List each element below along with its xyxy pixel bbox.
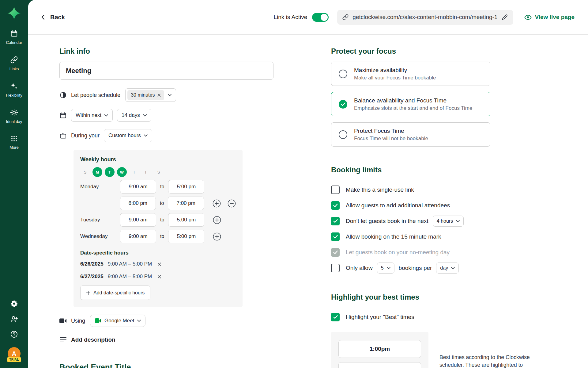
fifteen-mark-row: Allow booking on the 15 minute mark	[331, 230, 588, 244]
remove-duration-icon[interactable]	[157, 94, 161, 97]
focus-option-subtitle: Make all your Focus Time bookable	[354, 75, 436, 81]
best-times-title: Highlight your best times	[331, 293, 588, 301]
sidebar-item-ideal-day[interactable]: Ideal day	[6, 109, 22, 124]
to-label: to	[160, 201, 164, 206]
sidebar-item-links[interactable]: Links	[9, 56, 19, 71]
additional-attendees-checkbox[interactable]	[331, 201, 340, 210]
end-time-input[interactable]: 5:00 pm	[168, 180, 204, 194]
no-meeting-day-row: Let guests book on your no-meeting day	[331, 245, 588, 259]
focus-option-subtitle: Focus Time will not be bookable	[354, 136, 428, 142]
add-date-specific-button[interactable]: Add date-specific hours	[80, 286, 150, 300]
add-date-specific-label: Add date-specific hours	[93, 290, 145, 296]
date-specific-row: 6/26/2025 9:00 AM – 5:00 PM	[80, 259, 236, 269]
using-label: Using	[71, 318, 85, 324]
sidebar-item-calendar[interactable]: Calendar	[6, 29, 22, 45]
hours-buffer-dropdown[interactable]: 4 hours	[433, 216, 464, 227]
chevron-down-icon	[456, 220, 460, 222]
view-live-page-label: View live page	[535, 14, 575, 21]
chevron-down-icon	[144, 134, 148, 137]
days-dropdown[interactable]: 14 days	[117, 109, 151, 122]
best-time-slot-button[interactable]	[338, 362, 421, 368]
end-time-input[interactable]: 7:00 pm	[168, 197, 204, 210]
links-icon	[10, 56, 18, 64]
trial-badge[interactable]: A TRIAL	[7, 347, 21, 362]
flexibility-icon	[10, 82, 18, 90]
no-book-next-checkbox[interactable]	[331, 217, 340, 225]
end-time-input[interactable]: 5:00 pm	[168, 230, 204, 243]
radio-unselected-icon[interactable]	[339, 70, 347, 78]
add-time-range-icon[interactable]	[213, 232, 221, 241]
remove-date-icon[interactable]	[157, 275, 161, 279]
link-name-input[interactable]	[59, 62, 273, 80]
help-icon[interactable]	[10, 331, 18, 338]
best-times-panel: 1:00pm	[331, 332, 428, 368]
day-toggle-monday[interactable]: M	[92, 167, 102, 177]
add-time-range-icon[interactable]	[213, 216, 221, 224]
per-unit-dropdown[interactable]: day	[436, 263, 459, 274]
header: Back Link is Active getclockwise.com/c/a…	[28, 0, 588, 35]
weekly-hours-title: Weekly hours	[80, 156, 236, 163]
time-row-monday-2: 6:00 pm to 7:00 pm	[80, 197, 236, 210]
plus-icon	[86, 291, 90, 295]
start-time-input[interactable]: 6:00 pm	[120, 197, 156, 210]
bookings-count-dropdown[interactable]: 5	[377, 263, 394, 274]
custom-hours-dropdown[interactable]: Custom hours	[104, 129, 152, 142]
add-time-range-icon[interactable]	[213, 199, 221, 208]
radio-unselected-icon[interactable]	[339, 130, 347, 139]
duration-chip: 30 minutes	[127, 90, 164, 100]
fifteen-mark-checkbox[interactable]	[331, 232, 340, 241]
focus-option-title: Balance availability and Focus Time	[354, 97, 472, 104]
during-row: During your Custom hours	[59, 128, 296, 143]
back-button[interactable]: Back	[40, 14, 65, 21]
settings-column: Protect your focus Maximize availability…	[296, 35, 588, 368]
day-toggle-sunday[interactable]: S	[80, 167, 90, 177]
link-url-field[interactable]: getclockwise.com/c/alex-content-mobbin-c…	[337, 10, 513, 25]
remove-date-icon[interactable]	[157, 262, 161, 266]
best-times-checkbox[interactable]	[331, 313, 340, 321]
settings-gear-icon[interactable]	[10, 300, 18, 307]
focus-option-protect[interactable]: Protect Focus Time Focus Time will not b…	[331, 122, 490, 147]
invite-user-icon[interactable]	[10, 315, 18, 323]
clockwise-logo-icon[interactable]	[7, 6, 21, 20]
best-times-row: Highlight your "Best" times	[331, 310, 588, 324]
only-allow-checkbox[interactable]	[331, 264, 340, 272]
day-label: Tuesday	[80, 217, 120, 223]
focus-option-balance[interactable]: Balance availability and Focus Time Emph…	[331, 92, 490, 116]
end-time-input[interactable]: 5:00 pm	[168, 213, 204, 227]
conferencing-dropdown[interactable]: Google Meet	[90, 315, 145, 327]
date-specific-row: 6/27/2025 9:00 AM – 5:00 PM	[80, 272, 236, 281]
trial-label: TRIAL	[7, 357, 21, 362]
best-times-label: Highlight your "Best" times	[346, 314, 414, 320]
sidebar-item-more[interactable]: More	[9, 135, 19, 150]
single-use-checkbox[interactable]	[331, 186, 340, 194]
day-toggle-saturday[interactable]: S	[154, 167, 164, 177]
best-time-slot-button[interactable]: 1:00pm	[338, 340, 421, 358]
focus-option-maximize[interactable]: Maximize availability Make all your Focu…	[331, 62, 490, 86]
remove-time-range-icon[interactable]	[228, 199, 236, 208]
day-toggle-friday[interactable]: F	[141, 167, 151, 177]
schedule-duration-row: Let people schedule 30 minutes	[59, 88, 296, 102]
within-next-dropdown[interactable]: Within next	[71, 109, 113, 122]
bookings-count-value: 5	[381, 265, 384, 271]
view-live-page-button[interactable]: View live page	[524, 14, 575, 21]
protect-focus-title: Protect your focus	[331, 47, 588, 56]
only-allow-row: Only allow 5 bookings per day	[331, 261, 588, 275]
day-toggle-tuesday[interactable]: T	[105, 167, 115, 177]
day-toggle-wednesday[interactable]: W	[117, 167, 127, 177]
custom-hours-value: Custom hours	[108, 132, 141, 139]
radio-selected-icon[interactable]	[339, 100, 347, 109]
no-meeting-day-checkbox[interactable]	[331, 248, 340, 257]
link-active-toggle[interactable]	[312, 13, 329, 22]
start-time-input[interactable]: 9:00 am	[120, 230, 156, 243]
start-time-input[interactable]: 9:00 am	[120, 180, 156, 194]
description-row[interactable]: Add description	[59, 332, 296, 347]
duration-chip-label: 30 minutes	[131, 92, 155, 98]
sidebar-item-flexibility[interactable]: Flexibility	[6, 82, 22, 98]
edit-url-button[interactable]	[501, 13, 508, 21]
main-panel: Back Link is Active getclockwise.com/c/a…	[28, 0, 588, 368]
sidebar-item-label: Flexibility	[6, 93, 22, 98]
day-toggle-thursday[interactable]: T	[129, 167, 139, 177]
start-time-input[interactable]: 9:00 am	[120, 213, 156, 227]
duration-select[interactable]: 30 minutes	[125, 88, 176, 102]
video-camera-icon	[59, 318, 67, 324]
